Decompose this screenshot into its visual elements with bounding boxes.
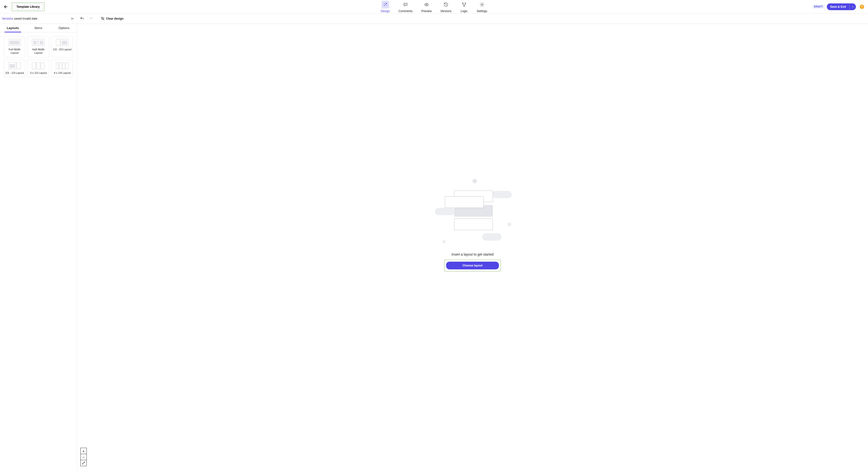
- svg-point-4: [482, 4, 483, 5]
- empty-state-text: Insert a layout to get started: [452, 253, 494, 256]
- choose-layout-button[interactable]: Choose layout: [446, 262, 499, 269]
- clear-design-label: Clear design: [106, 17, 124, 20]
- layout-3x13[interactable]: 3 x 1/3 Layout: [28, 60, 49, 77]
- nav-label: Settings: [476, 9, 487, 13]
- zoom-out-button[interactable]: −: [81, 454, 87, 460]
- expand-icon: [82, 461, 85, 465]
- gear-icon: [479, 2, 485, 7]
- layout-13-23[interactable]: 1/3 - 2/3 Layout: [52, 36, 73, 57]
- tab-items[interactable]: Items: [26, 24, 51, 32]
- layout-grid: Full Width Layout Half Width Layout 1/3 …: [0, 32, 77, 81]
- zoom-fit-button[interactable]: [81, 460, 87, 466]
- nav-label: Logic: [461, 9, 468, 13]
- subbar: Versions saved Invalid date Clear design: [0, 13, 868, 24]
- tab-options[interactable]: Options: [51, 24, 77, 32]
- nav-comments[interactable]: Comments: [398, 0, 414, 14]
- save-dropdown-button[interactable]: [849, 3, 856, 10]
- nav-label: Design: [381, 9, 390, 13]
- top-nav: Design Comments Preview Versions: [380, 0, 488, 14]
- undo-icon: [80, 16, 84, 21]
- sidebar: Layouts Items Options Full Width Layout …: [0, 24, 77, 471]
- clear-design-button[interactable]: Clear design: [101, 17, 124, 21]
- layout-half-width[interactable]: Half Width Layout: [28, 36, 49, 57]
- redo-button[interactable]: [89, 16, 93, 21]
- back-button[interactable]: [2, 3, 10, 11]
- redo-icon: [89, 16, 93, 21]
- save-exit-button[interactable]: Save & Exit: [827, 3, 849, 10]
- nav-label: Preview: [422, 9, 432, 13]
- draft-badge: DRAFT: [812, 5, 824, 9]
- svg-point-2: [465, 3, 466, 3]
- template-library-highlight: Template Library: [11, 2, 44, 11]
- undo-button[interactable]: [80, 16, 84, 21]
- history-icon: [443, 2, 448, 7]
- nav-design[interactable]: Design: [380, 0, 391, 14]
- versions-saved-text: saved Invalid date: [14, 17, 37, 20]
- layout-4x14[interactable]: 4 x 1/4 Layout: [52, 60, 73, 77]
- empty-illustration: [434, 179, 511, 247]
- zoom-in-button[interactable]: +: [81, 448, 87, 454]
- svg-point-3: [464, 6, 465, 6]
- save-button-group: Save & Exit: [827, 3, 856, 10]
- layout-card-label: 1/3 - 2/3 Layout: [53, 48, 71, 51]
- tab-layouts[interactable]: Layouts: [0, 24, 26, 32]
- template-library-button[interactable]: Template Library: [13, 4, 43, 10]
- topbar: Template Library Design Comments Pre: [0, 0, 868, 13]
- versions-link[interactable]: Versions: [2, 17, 13, 20]
- nav-label: Versions: [440, 9, 452, 13]
- sidebar-tabs: Layouts Items Options: [0, 24, 77, 32]
- layout-23-13[interactable]: 2/3 - 1/3 Layout: [4, 60, 25, 77]
- layout-card-label: Half Width Layout: [29, 48, 48, 55]
- zoom-controls: + −: [81, 448, 87, 466]
- comment-icon: [403, 2, 408, 7]
- empty-state: Insert a layout to get started Choose la…: [434, 179, 511, 271]
- collapse-left-icon: [71, 17, 74, 21]
- choose-layout-highlight: Choose layout: [444, 260, 501, 271]
- collapse-sidebar-button[interactable]: [71, 17, 74, 21]
- chevron-down-icon: [851, 6, 854, 8]
- layout-card-label: 4 x 1/4 Layout: [54, 71, 70, 74]
- arrow-left-icon: [3, 4, 8, 9]
- layers-off-icon: [101, 17, 104, 21]
- layout-card-label: 3 x 1/3 Layout: [30, 71, 47, 74]
- nav-preview[interactable]: Preview: [421, 0, 433, 14]
- svg-point-0: [426, 4, 427, 5]
- nav-settings[interactable]: Settings: [476, 0, 488, 14]
- nav-logic[interactable]: Logic: [459, 0, 469, 14]
- canvas: Insert a layout to get started Choose la…: [77, 24, 868, 471]
- nav-versions[interactable]: Versions: [439, 0, 453, 14]
- versions-status: Versions saved Invalid date: [2, 17, 37, 20]
- svg-point-1: [463, 3, 463, 3]
- branch-icon: [462, 2, 466, 7]
- nav-label: Comments: [399, 9, 413, 13]
- layout-card-label: Full Width Layout: [5, 48, 24, 55]
- layout-card-label: 2/3 - 1/3 Layout: [5, 71, 24, 74]
- help-button[interactable]: ?: [860, 5, 864, 9]
- layout-full-width[interactable]: Full Width Layout: [4, 36, 25, 57]
- eye-icon: [424, 2, 429, 7]
- wand-icon: [383, 2, 388, 7]
